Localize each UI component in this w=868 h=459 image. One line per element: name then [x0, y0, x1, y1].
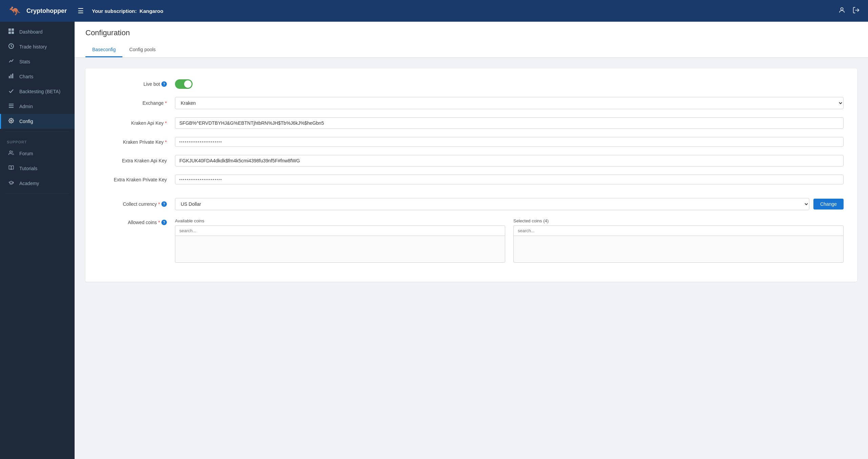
sidebar-item-backtesting[interactable]: Backtesting (BETA) [0, 84, 75, 99]
config-icon [8, 118, 15, 125]
allowed-coins-row: Allowed coins * ? Available coins [99, 218, 844, 263]
exchange-label: Exchange * [99, 100, 167, 106]
svg-rect-4 [12, 28, 14, 31]
svg-rect-8 [9, 76, 10, 78]
app-name: Cryptohopper [26, 7, 67, 15]
svg-rect-6 [12, 32, 14, 34]
trade-history-icon [8, 43, 15, 50]
kraken-private-key-label: Kraken Private Key * [99, 139, 167, 145]
sidebar-item-label: Stats [19, 59, 30, 64]
extra-kraken-api-key-input[interactable] [175, 155, 844, 166]
kraken-api-key-control [175, 117, 844, 129]
header-actions [838, 6, 860, 16]
tab-baseconfig[interactable]: Baseconfig [85, 43, 122, 57]
subscription-text: Your subscription: Kangaroo [92, 8, 163, 14]
svg-rect-11 [9, 104, 14, 104]
app-body: Dashboard Trade history Stats Charts Bac… [0, 22, 868, 459]
tab-config-pools[interactable]: Config pools [122, 43, 162, 57]
sidebar-item-label: Charts [19, 74, 33, 79]
toggle-slider [175, 79, 193, 89]
available-coins-list [175, 236, 505, 263]
svg-point-15 [9, 151, 11, 153]
config-form: Live bot ? Exchange * [85, 68, 857, 282]
menu-icon[interactable]: ☰ [78, 7, 84, 15]
available-coins-box: Available coins [175, 218, 505, 263]
sidebar-item-dashboard[interactable]: Dashboard [0, 24, 75, 39]
live-bot-help-icon[interactable]: ? [161, 81, 167, 87]
available-coins-search[interactable] [175, 225, 505, 236]
sidebar-item-charts[interactable]: Charts [0, 69, 75, 84]
exchange-select[interactable]: Kraken [175, 97, 844, 109]
backtesting-icon [8, 88, 15, 95]
logout-icon[interactable] [852, 6, 860, 16]
coins-row: Available coins Selected coins (4) [175, 218, 844, 263]
user-icon[interactable] [838, 6, 846, 16]
page-title: Configuration [85, 28, 857, 37]
tutorials-icon [8, 165, 15, 172]
support-section-label: SUPPORT [0, 135, 75, 146]
forum-icon [8, 150, 15, 157]
svg-rect-3 [8, 28, 11, 31]
kraken-private-key-input[interactable] [175, 137, 844, 147]
sidebar-item-config[interactable]: Config [0, 114, 75, 129]
sidebar-item-label: Tutorials [19, 166, 37, 171]
sidebar-divider [5, 132, 69, 132]
kraken-api-key-label: Kraken Api Key * [99, 120, 167, 126]
svg-point-1 [841, 7, 843, 10]
sidebar-item-stats[interactable]: Stats [0, 54, 75, 69]
kraken-private-key-required-star: * [165, 139, 167, 145]
currency-row: US Dollar Change [175, 198, 844, 210]
extra-kraken-private-key-control [175, 175, 844, 184]
allowed-coins-label: Allowed coins * ? [99, 218, 167, 225]
allowed-coins-control: Available coins Selected coins (4) [175, 218, 844, 263]
sidebar-item-label: Config [19, 119, 33, 124]
charts-icon [8, 73, 15, 80]
collect-currency-help-icon[interactable]: ? [161, 201, 167, 207]
collect-currency-row: Collect currency * ? US Dollar Change [99, 198, 844, 210]
sidebar-bottom-divider [5, 194, 69, 194]
extra-kraken-private-key-input[interactable] [175, 175, 844, 184]
available-coins-title: Available coins [175, 218, 505, 223]
page-header: Configuration Baseconfig Config pools [75, 22, 868, 58]
sidebar-item-trade-history[interactable]: Trade history [0, 39, 75, 54]
allowed-coins-required-star: * [158, 220, 160, 225]
svg-rect-9 [11, 75, 12, 78]
page-body: Live bot ? Exchange * [75, 58, 868, 459]
extra-kraken-api-key-row: Extra Kraken Api Key [99, 155, 844, 166]
selected-coins-list [513, 236, 844, 263]
kraken-private-key-control [175, 137, 844, 147]
sidebar-item-tutorials[interactable]: Tutorials [0, 161, 75, 176]
sidebar-item-label: Dashboard [19, 29, 43, 35]
sidebar-item-admin[interactable]: Admin [0, 99, 75, 114]
sidebar-item-label: Academy [19, 181, 39, 186]
live-bot-label: Live bot ? [99, 81, 167, 87]
sidebar-item-label: Trade history [19, 44, 47, 49]
kraken-api-key-required-star: * [165, 120, 167, 126]
sidebar-item-forum[interactable]: Forum [0, 146, 75, 161]
selected-coins-box: Selected coins (4) [513, 218, 844, 263]
logo-icon: 🦘 [8, 3, 23, 18]
sidebar-item-academy[interactable]: Academy [0, 176, 75, 191]
exchange-row: Exchange * Kraken [99, 97, 844, 109]
change-button[interactable]: Change [813, 199, 844, 209]
logo[interactable]: 🦘 Cryptohopper [8, 3, 67, 18]
svg-rect-13 [9, 107, 14, 108]
collect-currency-select[interactable]: US Dollar [175, 198, 809, 210]
academy-icon [8, 180, 15, 187]
stats-icon [8, 58, 15, 65]
extra-kraken-api-key-label: Extra Kraken Api Key [99, 158, 167, 163]
collect-currency-control: US Dollar Change [175, 198, 844, 210]
live-bot-toggle[interactable] [175, 79, 193, 89]
admin-icon [8, 103, 15, 110]
exchange-control: Kraken [175, 97, 844, 109]
selected-coins-title: Selected coins (4) [513, 218, 844, 223]
dashboard-icon [8, 28, 15, 35]
allowed-coins-help-icon[interactable]: ? [161, 220, 167, 225]
selected-coins-search[interactable] [513, 225, 844, 236]
kraken-api-key-row: Kraken Api Key * [99, 117, 844, 129]
kraken-api-key-input[interactable] [175, 117, 844, 129]
extra-kraken-private-key-label: Extra Kraken Private Key [99, 177, 167, 182]
main-content: Configuration Baseconfig Config pools Li… [75, 22, 868, 459]
live-bot-toggle-container [175, 79, 844, 89]
extra-kraken-private-key-row: Extra Kraken Private Key [99, 175, 844, 184]
